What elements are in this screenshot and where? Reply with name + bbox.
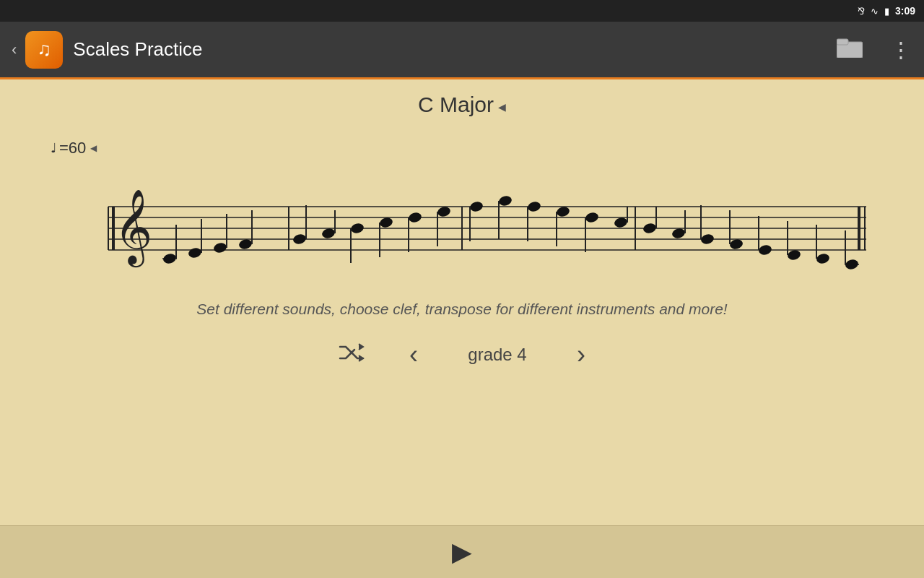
svg-point-16: [162, 252, 178, 264]
svg-point-22: [238, 238, 253, 250]
bluetooth-icon: ⅋: [858, 6, 865, 17]
folder-icon[interactable]: [837, 36, 863, 63]
svg-point-40: [527, 200, 542, 212]
svg-point-56: [758, 243, 773, 256]
grade-controls: ‹ grade 4 ›: [339, 340, 585, 370]
grade-label: grade 4: [461, 345, 533, 365]
svg-rect-1: [837, 39, 848, 45]
staff-container: 𝄞: [51, 163, 873, 272]
prev-button[interactable]: ‹: [409, 340, 418, 370]
svg-point-30: [379, 216, 394, 228]
svg-point-48: [642, 222, 658, 234]
svg-point-28: [350, 222, 365, 234]
svg-point-18: [188, 246, 203, 259]
status-time: 3:09: [895, 5, 915, 17]
scale-title-area[interactable]: C Major ◀: [418, 92, 506, 117]
music-staff: 𝄞: [51, 163, 873, 272]
battery-icon: ▮: [884, 6, 889, 17]
svg-point-52: [700, 233, 715, 245]
play-bar: ▶: [0, 525, 924, 578]
music-note-icon: ♫: [38, 38, 52, 61]
app-title: Scales Practice: [73, 38, 837, 61]
svg-point-58: [787, 249, 802, 261]
svg-point-44: [585, 211, 600, 223]
svg-point-54: [729, 238, 744, 250]
shuffle-button[interactable]: [339, 342, 366, 368]
wifi-icon: ∿: [871, 6, 879, 17]
svg-point-32: [408, 211, 423, 223]
svg-point-24: [292, 233, 308, 245]
scale-dropdown-icon: ◀: [498, 101, 506, 113]
scale-title: C Major: [418, 92, 494, 117]
overflow-menu-icon[interactable]: ⋮: [890, 37, 912, 62]
next-button[interactable]: ›: [577, 340, 585, 370]
svg-point-60: [816, 252, 831, 264]
svg-point-36: [469, 200, 484, 212]
svg-point-38: [498, 194, 513, 207]
svg-point-42: [556, 205, 571, 217]
svg-text:𝄞: 𝄞: [114, 190, 152, 268]
svg-point-26: [321, 227, 336, 239]
tempo-dropdown-icon[interactable]: ◀: [90, 143, 97, 153]
svg-point-63: [845, 258, 860, 270]
back-arrow-icon[interactable]: ‹: [12, 40, 17, 59]
tempo-value: =60: [59, 139, 86, 158]
tempo-area: ♩ =60 ◀: [0, 139, 924, 158]
svg-point-34: [437, 205, 452, 217]
main-content: C Major ◀ ♩ =60 ◀ 𝄞: [0, 79, 924, 525]
svg-point-20: [213, 241, 228, 254]
status-bar: ⅋ ∿ ▮ 3:09: [0, 0, 924, 22]
svg-point-50: [671, 227, 687, 239]
app-icon: ♫: [25, 31, 63, 69]
app-bar: ‹ ♫ Scales Practice ⋮: [0, 22, 924, 79]
svg-point-46: [614, 216, 629, 228]
tempo-note-icon: ♩: [51, 140, 56, 156]
play-button[interactable]: ▶: [452, 537, 472, 567]
info-text: Set different sounds, choose clef, trans…: [196, 301, 727, 318]
